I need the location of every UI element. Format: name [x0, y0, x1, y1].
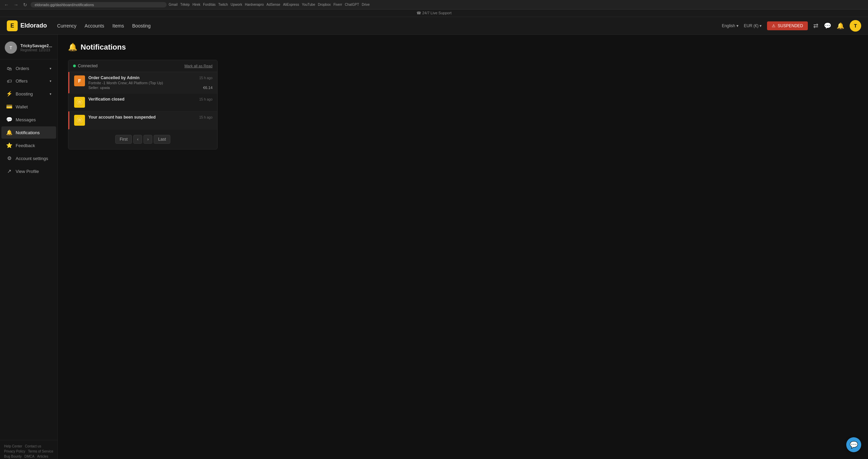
sidebar-item-messages[interactable]: 💬 Messages — [1, 113, 56, 126]
sidebar-item-notifications[interactable]: 🔔 Notifications — [1, 126, 56, 139]
nav-currency[interactable]: Currency — [57, 22, 76, 30]
user-section: T TrickySavage2... Registered: 12/2/23 — [0, 39, 57, 59]
nav-boosting[interactable]: Boosting — [132, 22, 151, 30]
sidebar-item-label: Messages — [16, 117, 36, 122]
notification-time: 15 h ago — [199, 76, 212, 80]
browser-bar: ← → ↻ eldorado.gg/dashboard/notification… — [0, 0, 868, 10]
chat-bubble-button[interactable]: 💬 — [846, 437, 861, 452]
messages-icon: 💬 — [6, 117, 12, 123]
coin-icon: 🪙 — [74, 115, 85, 126]
footer-help-center[interactable]: Help Center — [4, 444, 22, 448]
logo-icon: E — [7, 20, 18, 31]
notification-item[interactable]: 🪙 Verification closed 15 h ago — [68, 93, 217, 111]
sidebar-item-feedback[interactable]: ⭐ Feedback — [1, 139, 56, 152]
notification-time: 15 h ago — [199, 116, 212, 119]
footer-privacy-policy[interactable]: Privacy Policy — [4, 449, 25, 453]
sidebar-item-label: Wallet — [16, 104, 28, 109]
sidebar-item-wallet[interactable]: 💳 Wallet — [1, 101, 56, 113]
notification-body: Verification closed 15 h ago — [88, 97, 212, 102]
suspended-button[interactable]: ⚠ SUSPENDED — [767, 21, 808, 30]
notification-title: Verification closed — [88, 97, 124, 102]
wallet-icon: 💳 — [6, 104, 12, 110]
bookmark-gmail[interactable]: Gmail — [169, 3, 177, 6]
page-header: 🔔 Notifications — [68, 43, 858, 52]
prev-page-button[interactable]: ‹ — [133, 135, 142, 144]
notifications-panel: Connected Mark all as Read F Order Cance… — [68, 60, 218, 149]
connected-status: Connected — [73, 64, 98, 68]
bookmark-aliexpress[interactable]: AliExpress — [283, 3, 299, 6]
user-avatar-nav[interactable]: T — [850, 20, 861, 32]
bookmark-youtube[interactable]: YouTube — [302, 3, 315, 6]
bookmark-dropbox[interactable]: Dropbox — [318, 3, 331, 6]
nav-accounts[interactable]: Accounts — [85, 22, 104, 30]
seller-name: upwia — [100, 86, 110, 90]
mark-all-read-button[interactable]: Mark all as Read — [184, 64, 212, 68]
url-bar[interactable]: eldorado.gg/dashboard/notifications — [31, 2, 167, 7]
notification-title: Order Cancelled by Admin — [88, 75, 139, 80]
last-page-button[interactable]: Last — [154, 135, 170, 144]
bookmark-drive[interactable]: Drive — [362, 3, 370, 6]
language-selector[interactable]: English ▾ — [722, 23, 738, 28]
live-support-bar: ☎ 24/7 Live Support — [0, 10, 868, 17]
sidebar-item-orders[interactable]: 🛍 Orders ▾ — [1, 63, 56, 74]
sidebar-footer: Help Center Contact us Privacy Policy Te… — [0, 440, 57, 459]
currency-selector[interactable]: EUR (€) ▾ — [744, 23, 762, 28]
bookmark-hirek[interactable]: Hirek — [192, 3, 200, 6]
avatar: T — [5, 41, 17, 54]
notification-item[interactable]: 🪙 Your account has been suspended 15 h a… — [68, 111, 217, 129]
first-page-button[interactable]: First — [115, 135, 132, 144]
footer-articles[interactable]: Articles — [37, 455, 48, 458]
sidebar-item-label: Notifications — [16, 130, 40, 135]
chevron-down-icon: ▾ — [50, 92, 51, 96]
offers-icon: 🏷 — [6, 78, 12, 84]
back-button[interactable]: ← — [3, 1, 10, 8]
bookmarks-bar: Gmail Tékép Hirek Fordítás Twitch Upwork… — [169, 3, 865, 6]
notification-title-row: Order Cancelled by Admin 15 h ago — [88, 75, 212, 80]
bookmark-hardverapro[interactable]: Hardverapro — [245, 3, 264, 6]
forward-button[interactable]: → — [12, 1, 20, 8]
navbar: E Eldorado Currency Accounts Items Boost… — [0, 17, 868, 35]
footer-dmca[interactable]: DMCA — [24, 455, 34, 458]
bookmark-upwork[interactable]: Upwork — [231, 3, 242, 6]
refresh-button[interactable]: ↻ — [22, 1, 29, 8]
transfer-icon[interactable]: ⇄ — [813, 22, 818, 30]
user-registered: Registered: 12/2/23 — [20, 48, 52, 52]
page-title: Notifications — [81, 43, 126, 52]
nav-right: English ▾ EUR (€) ▾ ⚠ SUSPENDED ⇄ 💬 🔔 T — [722, 20, 861, 32]
chevron-down-icon: ▾ — [50, 79, 51, 83]
notification-item[interactable]: F Order Cancelled by Admin 15 h ago Fort… — [68, 72, 217, 93]
live-support-text: ☎ 24/7 Live Support — [416, 11, 452, 15]
bookmark-adsense[interactable]: AdSense — [267, 3, 280, 6]
sidebar-item-label: Orders — [16, 66, 29, 71]
sidebar-item-account-settings[interactable]: ⚙ Account settings — [1, 152, 56, 164]
sidebar-item-offers[interactable]: 🏷 Offers ▾ — [1, 75, 56, 87]
sidebar-item-view-profile[interactable]: ↗ View Profile — [1, 165, 56, 177]
notification-body: Order Cancelled by Admin 15 h ago Fortni… — [88, 75, 212, 90]
next-page-button[interactable]: › — [143, 135, 152, 144]
sidebar-item-label: Boosting — [16, 91, 33, 96]
sidebar: T TrickySavage2... Registered: 12/2/23 🛍… — [0, 35, 58, 459]
logo-area[interactable]: E Eldorado — [7, 20, 47, 31]
footer-contact-us[interactable]: Contact us — [25, 444, 41, 448]
notifications-bell-icon[interactable]: 🔔 — [837, 22, 844, 30]
footer-bug-bounty[interactable]: Bug Bounty — [4, 455, 22, 458]
connected-dot — [73, 65, 76, 67]
seller-label: Seller: upwia — [88, 86, 110, 90]
logo-text: Eldorado — [20, 22, 47, 29]
bookmark-chatgpt[interactable]: ChatGPT — [345, 3, 359, 6]
bookmark-tekep[interactable]: Tékép — [180, 3, 190, 6]
settings-icon: ⚙ — [6, 155, 12, 161]
notification-title: Your account has been suspended — [88, 115, 156, 120]
notifications-header: Connected Mark all as Read — [68, 60, 217, 72]
bookmark-fiverr[interactable]: Fiverr — [334, 3, 342, 6]
sidebar-item-label: View Profile — [16, 169, 39, 174]
nav-items[interactable]: Items — [112, 22, 124, 30]
bookmark-forditas[interactable]: Fordítás — [203, 3, 216, 6]
sidebar-item-boosting[interactable]: ⚡ Boosting ▾ — [1, 88, 56, 100]
footer-terms[interactable]: Terms of Service — [28, 449, 53, 453]
bookmark-twitch[interactable]: Twitch — [218, 3, 228, 6]
sidebar-item-label: Offers — [16, 78, 28, 84]
notification-title-row: Your account has been suspended 15 h ago — [88, 115, 212, 120]
chevron-down-icon: ▾ — [50, 67, 51, 70]
chat-icon[interactable]: 💬 — [824, 22, 831, 30]
